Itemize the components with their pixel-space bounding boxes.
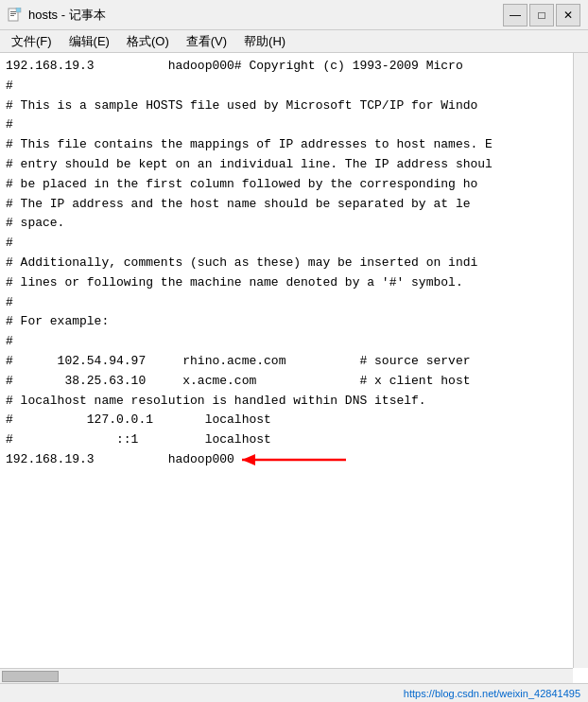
- text-line: #: [6, 115, 582, 135]
- status-bar: https://blog.csdn.net/weixin_42841495: [0, 683, 588, 702]
- svg-rect-2: [10, 13, 16, 14]
- menu-edit[interactable]: 编辑(E): [61, 31, 117, 52]
- text-line: # be placed in the first column followed…: [6, 175, 582, 195]
- text-line: # 127.0.0.1 localhost: [6, 411, 582, 430]
- window-controls: — □ ✕: [503, 4, 580, 26]
- menu-help[interactable]: 帮助(H): [236, 31, 293, 52]
- menu-format[interactable]: 格式(O): [119, 31, 177, 52]
- scrollbar-thumb-horizontal[interactable]: [2, 671, 59, 682]
- last-line-text: 192.168.19.3 hadoop000: [6, 450, 234, 470]
- text-line: # lines or following the machine name de…: [6, 273, 582, 293]
- text-line: #: [6, 293, 582, 313]
- text-line: # ::1 localhost: [6, 430, 582, 450]
- text-line: # 38.25.63.10 x.acme.com # x client host: [6, 372, 582, 392]
- title-bar: hosts - 记事本 — □ ✕: [0, 0, 588, 30]
- status-link: https://blog.csdn.net/weixin_42841495: [404, 688, 580, 699]
- vertical-scrollbar[interactable]: [573, 53, 588, 668]
- text-line: #: [6, 332, 582, 352]
- text-line: # entry should be kept on an individual …: [6, 155, 582, 175]
- menu-view[interactable]: 查看(V): [179, 31, 234, 52]
- close-button[interactable]: ✕: [556, 4, 580, 26]
- text-line: # This file contains the mappings of IP …: [6, 135, 582, 155]
- minimize-button[interactable]: —: [503, 4, 527, 26]
- window-title: hosts - 记事本: [28, 7, 497, 24]
- menu-file[interactable]: 文件(F): [4, 31, 60, 52]
- text-editor-area[interactable]: 192.168.19.3 hadoop000# Copyright (c) 19…: [0, 53, 588, 683]
- text-line: 192.168.19.3 hadoop000# Copyright (c) 19…: [6, 57, 582, 77]
- text-line: # The IP address and the host name shoul…: [6, 195, 582, 215]
- text-line: # This is a sample HOSTS file used by Mi…: [6, 97, 582, 116]
- horizontal-scrollbar[interactable]: [0, 668, 573, 683]
- svg-rect-4: [16, 8, 21, 12]
- text-line: #: [6, 234, 582, 254]
- maximize-button[interactable]: □: [529, 4, 554, 26]
- menu-bar: 文件(F) 编辑(E) 格式(O) 查看(V) 帮助(H): [0, 30, 588, 53]
- svg-marker-6: [242, 454, 255, 465]
- svg-rect-3: [10, 15, 14, 16]
- file-content: 192.168.19.3 hadoop000# Copyright (c) 19…: [0, 53, 588, 474]
- text-line: # space.: [6, 214, 582, 234]
- text-line: # localhost name resolution is handled w…: [6, 392, 582, 412]
- app-icon: [8, 8, 23, 23]
- text-line: # For example:: [6, 312, 582, 332]
- svg-rect-1: [10, 11, 16, 12]
- text-line: #: [6, 77, 582, 97]
- red-arrow-icon: [242, 450, 355, 469]
- text-line: # 102.54.94.97 rhino.acme.com # source s…: [6, 352, 582, 372]
- text-line: # Additionally, comments (such as these)…: [6, 254, 582, 273]
